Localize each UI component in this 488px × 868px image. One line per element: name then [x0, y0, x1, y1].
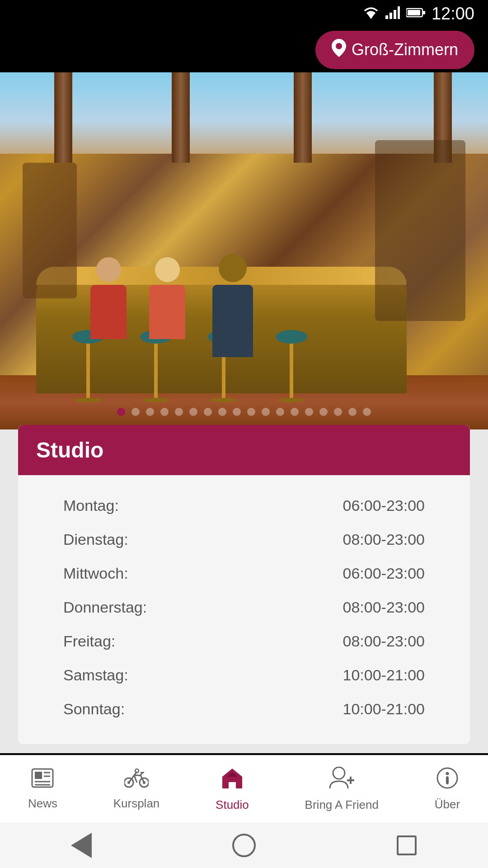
signal-icon: [385, 6, 400, 21]
dot-10[interactable]: [262, 408, 270, 416]
studio-card: Studio Montag: 06:00-23:00 Dienstag: 08:…: [18, 425, 470, 744]
nav-label-news: News: [28, 797, 57, 811]
slider-dots[interactable]: [0, 408, 488, 416]
time-1: 08:00-23:00: [343, 531, 425, 548]
dot-15[interactable]: [334, 408, 342, 416]
nav-label-uber: Über: [435, 797, 460, 811]
home-circle-icon: [232, 834, 256, 857]
decor-item-1: [23, 163, 77, 298]
bottom-nav: News Kursplan St: [0, 755, 488, 823]
svg-point-19: [135, 769, 139, 773]
nav-label-bring-a-friend: Bring A Friend: [305, 798, 379, 812]
beam-3: [294, 72, 312, 163]
day-6: Sonntag:: [63, 700, 125, 718]
dot-1[interactable]: [131, 408, 140, 416]
nav-item-bring-a-friend[interactable]: Bring A Friend: [296, 762, 388, 816]
home-button[interactable]: [230, 832, 258, 859]
bar-stools: [72, 330, 307, 402]
svg-point-8: [336, 43, 342, 49]
back-triangle-icon: [71, 833, 92, 858]
wifi-icon: [363, 6, 379, 21]
person-add-icon: [329, 767, 354, 794]
time-5: 10:00-21:00: [343, 666, 425, 684]
svg-rect-26: [446, 776, 449, 784]
battery-icon: [406, 7, 425, 20]
hours-row-4: Freitag: 08:00-23:00: [36, 624, 452, 658]
dot-0[interactable]: [117, 408, 125, 416]
dot-2[interactable]: [146, 408, 154, 416]
time-4: 08:00-23:00: [343, 632, 425, 650]
dot-4[interactable]: [175, 408, 183, 416]
app-header: Groß-Zimmern: [0, 27, 488, 72]
day-2: Mittwoch:: [63, 565, 128, 582]
status-time: 12:00: [432, 4, 474, 24]
hours-row-3: Donnerstag: 08:00-23:00: [36, 590, 452, 624]
svg-rect-1: [385, 15, 388, 19]
dot-6[interactable]: [204, 408, 212, 416]
svg-point-25: [446, 772, 449, 775]
svg-rect-6: [423, 11, 425, 14]
day-3: Donnerstag:: [63, 599, 147, 616]
location-label: Groß-Zimmern: [352, 40, 458, 59]
location-button[interactable]: Groß-Zimmern: [315, 31, 474, 69]
dot-17[interactable]: [363, 408, 371, 416]
hours-row-1: Dienstag: 08:00-23:00: [36, 523, 452, 557]
dot-7[interactable]: [218, 408, 226, 416]
decor-item-2: [375, 140, 465, 321]
news-icon: [31, 768, 54, 793]
dot-16[interactable]: [348, 408, 357, 416]
status-bar: 12:00: [0, 0, 488, 27]
bike-icon: [124, 768, 149, 793]
svg-rect-2: [389, 13, 392, 19]
day-1: Dienstag:: [63, 531, 128, 548]
svg-rect-10: [35, 772, 42, 779]
dot-11[interactable]: [276, 408, 284, 416]
dot-9[interactable]: [247, 408, 255, 416]
dot-14[interactable]: [319, 408, 328, 416]
dot-5[interactable]: [189, 408, 197, 416]
beam-2: [172, 72, 190, 163]
hours-row-6: Sonntag: 10:00-21:00: [36, 692, 452, 726]
person-2: [149, 257, 185, 339]
studio-card-body: Montag: 06:00-23:00 Dienstag: 08:00-23:0…: [18, 475, 470, 744]
system-nav-bar: [0, 823, 488, 868]
dot-3[interactable]: [160, 408, 169, 416]
svg-point-21: [333, 767, 345, 779]
back-button[interactable]: [68, 832, 95, 859]
time-0: 06:00-23:00: [343, 497, 425, 514]
dot-12[interactable]: [291, 408, 299, 416]
image-slider[interactable]: [0, 72, 488, 429]
nav-item-news[interactable]: News: [19, 764, 66, 815]
slider-image: [0, 72, 488, 429]
beam-1: [54, 72, 72, 163]
dot-13[interactable]: [305, 408, 313, 416]
nav-label-studio: Studio: [216, 798, 249, 812]
studio-card-title: Studio: [36, 438, 103, 462]
dot-8[interactable]: [233, 408, 241, 416]
svg-rect-3: [394, 10, 396, 19]
svg-rect-4: [398, 6, 400, 19]
hours-row-5: Samstag: 10:00-21:00: [36, 658, 452, 692]
status-icons: 12:00: [363, 4, 474, 24]
time-2: 06:00-23:00: [343, 565, 425, 582]
day-0: Montag:: [63, 497, 119, 514]
nav-item-uber[interactable]: Über: [426, 763, 469, 816]
time-6: 10:00-21:00: [343, 700, 425, 718]
day-5: Samstag:: [63, 666, 128, 684]
hours-row-0: Montag: 06:00-23:00: [36, 489, 452, 523]
time-3: 08:00-23:00: [343, 599, 425, 616]
recents-button[interactable]: [393, 832, 420, 859]
hours-row-2: Mittwoch: 06:00-23:00: [36, 557, 452, 590]
recents-square-icon: [397, 835, 417, 855]
nav-item-studio[interactable]: Studio: [206, 762, 258, 816]
nav-label-kursplan: Kursplan: [113, 797, 160, 811]
person-3: [212, 254, 253, 357]
day-4: Freitag:: [63, 632, 115, 650]
home-icon: [221, 767, 244, 794]
person-1: [90, 257, 127, 339]
info-icon: [436, 767, 458, 794]
location-pin-icon: [332, 39, 346, 61]
nav-item-kursplan[interactable]: Kursplan: [104, 764, 169, 815]
svg-rect-7: [408, 10, 420, 15]
studio-card-header: Studio: [18, 425, 470, 475]
